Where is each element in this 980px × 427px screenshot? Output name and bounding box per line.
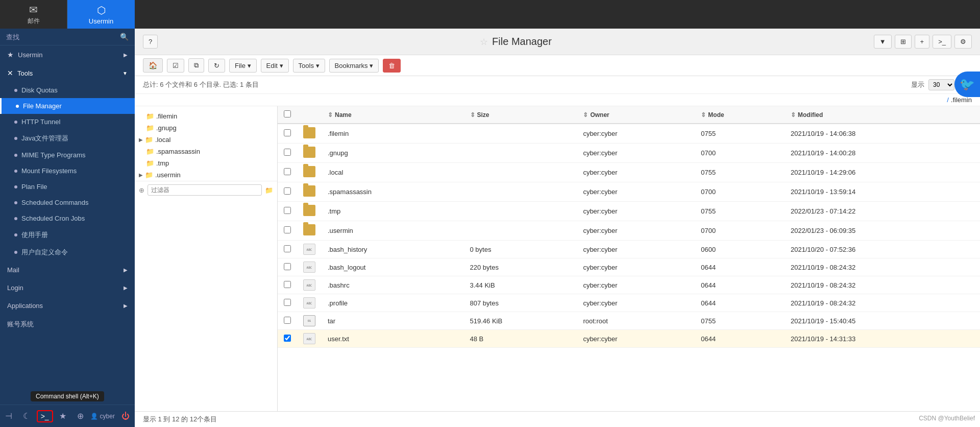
tools-menu-button[interactable]: Tools ▾ bbox=[293, 59, 325, 73]
table-row[interactable]: .local cyber:cyber 0755 2021/10/19 - 14:… bbox=[278, 163, 980, 182]
table-row[interactable]: .tmp cyber:cyber 0755 2022/01/23 - 07:14… bbox=[278, 202, 980, 221]
row-checkbox-cell[interactable] bbox=[278, 258, 297, 276]
row-checkbox-cell[interactable] bbox=[278, 182, 297, 202]
sidebar-item-file-manager[interactable]: File Manager bbox=[0, 98, 135, 114]
row-checkbox[interactable] bbox=[284, 149, 291, 156]
sidebar-left-icon[interactable]: ⊣ bbox=[1, 409, 16, 423]
row-checkbox[interactable] bbox=[284, 263, 291, 270]
row-name[interactable]: .gnupg bbox=[322, 144, 464, 163]
search-icon[interactable]: 🔍 bbox=[120, 33, 129, 41]
link-icon[interactable]: ⊕ bbox=[73, 409, 88, 423]
row-checkbox-cell[interactable] bbox=[278, 202, 297, 221]
row-name[interactable]: tar bbox=[322, 312, 464, 330]
sidebar-item-mime-type-programs[interactable]: MIME Type Programs bbox=[0, 147, 135, 163]
star-bottom-icon[interactable]: ★ bbox=[55, 409, 70, 423]
row-checkbox[interactable] bbox=[284, 129, 291, 136]
row-name[interactable]: .spamassassin bbox=[322, 182, 464, 202]
terminal-header-btn[interactable]: >_ bbox=[933, 35, 951, 49]
tree-item-filemin[interactable]: 📁.filemin bbox=[135, 110, 277, 122]
moon-icon[interactable]: ☾ bbox=[19, 409, 34, 423]
bird-badge[interactable]: 🐦 bbox=[954, 72, 980, 97]
settings-header-btn[interactable]: ⚙ bbox=[954, 35, 972, 49]
table-row[interactable]: ABC user.txt 48 B cyber:cyber 0644 2021/… bbox=[278, 330, 980, 348]
favorite-star-icon[interactable]: ☆ bbox=[480, 36, 488, 48]
tree-item-tmp[interactable]: 📁.tmp bbox=[135, 157, 277, 169]
sidebar-item-http-tunnel[interactable]: HTTP Tunnel bbox=[0, 114, 135, 130]
row-checkbox[interactable] bbox=[284, 335, 291, 342]
table-row[interactable]: ABC .bash_logout 220 bytes cyber:cyber 0… bbox=[278, 258, 980, 276]
row-name[interactable]: .filemin bbox=[322, 124, 464, 144]
usermin-tab[interactable]: ⬡ Usermin bbox=[67, 0, 135, 29]
add-header-btn[interactable]: + bbox=[915, 35, 930, 49]
home-button[interactable]: 🏠 bbox=[143, 58, 163, 73]
email-tab[interactable]: ✉ 邮件 bbox=[0, 0, 67, 29]
filter-input[interactable] bbox=[148, 184, 262, 196]
row-checkbox-cell[interactable] bbox=[278, 144, 297, 163]
sidebar-section-mail[interactable]: Mail▶ bbox=[0, 261, 135, 279]
terminal-button[interactable]: >_ bbox=[37, 410, 53, 422]
col-owner[interactable]: ⇕Owner bbox=[577, 106, 695, 124]
sidebar-item-plan-file[interactable]: Plan File bbox=[0, 179, 135, 195]
row-checkbox-cell[interactable] bbox=[278, 294, 297, 312]
table-row[interactable]: .spamassassin cyber:cyber 0700 2021/10/1… bbox=[278, 182, 980, 202]
row-checkbox[interactable] bbox=[284, 245, 291, 252]
row-name[interactable]: .bash_history bbox=[322, 241, 464, 258]
copy-button[interactable]: ⧉ bbox=[188, 58, 204, 73]
tree-item-gnupg[interactable]: 📁.gnupg bbox=[135, 122, 277, 134]
delete-button[interactable]: 🗑 bbox=[383, 59, 401, 73]
filter-folder-icon[interactable]: 📁 bbox=[265, 186, 273, 194]
bookmarks-menu-button[interactable]: Bookmarks ▾ bbox=[329, 59, 379, 73]
filter-add-icon[interactable]: ⊕ bbox=[139, 186, 144, 194]
row-checkbox-cell[interactable] bbox=[278, 276, 297, 294]
search-input[interactable] bbox=[6, 33, 120, 41]
sidebar-item-custom-commands[interactable]: 用户自定义命令 bbox=[0, 244, 135, 261]
file-menu-button[interactable]: File ▾ bbox=[229, 59, 257, 73]
edit-menu-button[interactable]: Edit ▾ bbox=[261, 59, 289, 73]
col-checkbox[interactable] bbox=[278, 106, 297, 124]
tree-item-usermin[interactable]: ▶📁.usermin bbox=[135, 169, 277, 181]
row-checkbox-cell[interactable] bbox=[278, 221, 297, 241]
row-name[interactable]: .bashrc bbox=[322, 276, 464, 294]
row-checkbox[interactable] bbox=[284, 168, 291, 175]
row-name[interactable]: .tmp bbox=[322, 202, 464, 221]
row-name[interactable]: .local bbox=[322, 163, 464, 182]
table-row[interactable]: .filemin cyber:cyber 0755 2021/10/19 - 1… bbox=[278, 124, 980, 144]
row-checkbox-cell[interactable] bbox=[278, 330, 297, 348]
row-checkbox[interactable] bbox=[284, 317, 291, 324]
row-checkbox[interactable] bbox=[284, 207, 291, 214]
columns-header-btn[interactable]: ⊞ bbox=[895, 35, 912, 49]
help-button[interactable]: ? bbox=[143, 35, 158, 49]
sidebar-item-mount-filesystems[interactable]: Mount Filesystems bbox=[0, 163, 135, 179]
refresh-button[interactable]: ↻ bbox=[208, 59, 225, 73]
sidebar-item-scheduled-cron-jobs[interactable]: Scheduled Cron Jobs bbox=[0, 210, 135, 226]
row-checkbox[interactable] bbox=[284, 187, 291, 195]
row-name[interactable]: .bash_logout bbox=[322, 258, 464, 276]
path-root[interactable]: / bbox=[947, 96, 949, 104]
col-modified[interactable]: ⇕Modified bbox=[785, 106, 980, 124]
select-all-checkbox[interactable] bbox=[284, 110, 291, 117]
table-row[interactable]: .gnupg cyber:cyber 0700 2021/10/19 - 14:… bbox=[278, 144, 980, 163]
row-name[interactable]: .profile bbox=[322, 294, 464, 312]
filter-header-btn[interactable]: ▼ bbox=[874, 35, 892, 49]
row-name[interactable]: .usermin bbox=[322, 221, 464, 241]
table-row[interactable]: ABC .bash_history 0 bytes cyber:cyber 06… bbox=[278, 241, 980, 258]
sidebar-item-java-file-manager[interactable]: Java文件管理器 bbox=[0, 130, 135, 147]
sidebar-section-applications[interactable]: Applications▶ bbox=[0, 297, 135, 315]
sidebar-section-account[interactable]: 账号系统 bbox=[0, 315, 135, 334]
per-page-select[interactable]: 30 50 100 bbox=[928, 79, 954, 90]
sidebar-item-help[interactable]: 使用手册 bbox=[0, 226, 135, 244]
col-mode[interactable]: ⇕Mode bbox=[695, 106, 785, 124]
row-checkbox-cell[interactable] bbox=[278, 312, 297, 330]
logout-icon[interactable]: ⏻ bbox=[117, 410, 134, 423]
row-name[interactable]: user.txt bbox=[322, 330, 464, 348]
table-row[interactable]: ABC .bashrc 3.44 KiB cyber:cyber 0644 20… bbox=[278, 276, 980, 294]
row-checkbox-cell[interactable] bbox=[278, 124, 297, 144]
sidebar-item-scheduled-commands[interactable]: Scheduled Commands bbox=[0, 195, 135, 210]
tree-item-spamassassin[interactable]: 📁.spamassassin bbox=[135, 146, 277, 157]
sidebar-section-usermin[interactable]: ★ Usermin ▶ bbox=[0, 45, 135, 64]
col-name[interactable]: ⇕Name bbox=[322, 106, 464, 124]
row-checkbox-cell[interactable] bbox=[278, 241, 297, 258]
row-checkbox[interactable] bbox=[284, 299, 291, 306]
table-row[interactable]: 01 tar 519.46 KiB root:root 0755 2021/10… bbox=[278, 312, 980, 330]
row-checkbox-cell[interactable] bbox=[278, 163, 297, 182]
